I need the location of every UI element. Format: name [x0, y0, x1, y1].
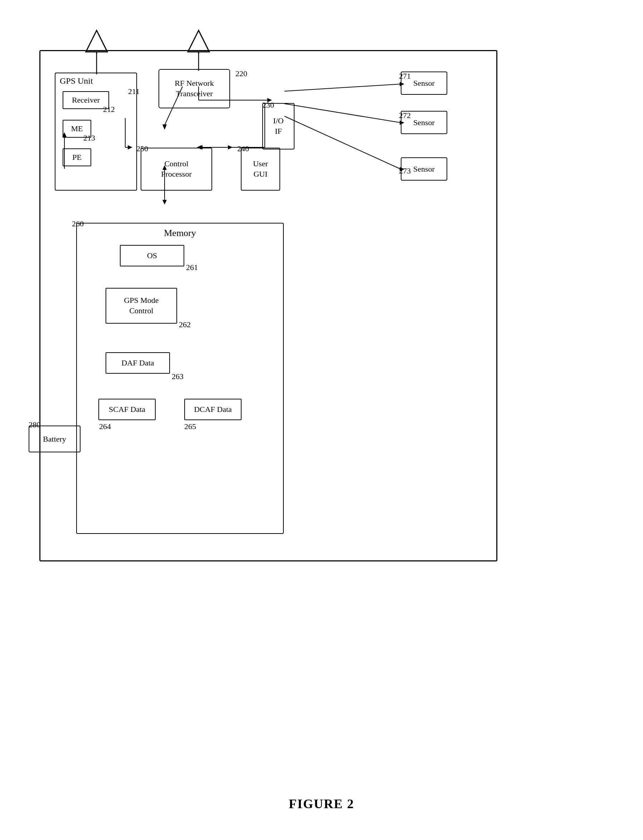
rf-label: RF NetworkTransceiver	[175, 78, 214, 99]
control-label: ControlProcessor	[161, 159, 192, 179]
gps-mode-ref: 262	[179, 320, 191, 329]
gps-unit-box: GPS Unit Receiver ME PE	[55, 73, 137, 190]
memory-ref: 260	[72, 219, 84, 228]
scaf-ref: 264	[99, 422, 111, 431]
daf-ref: 263	[172, 372, 184, 381]
sensor1-ref: 271	[399, 72, 411, 81]
pe-box: PE	[63, 148, 91, 166]
diagram-area: GPS Unit Receiver ME PE 211 212 213 RF N…	[29, 29, 615, 637]
rf-ref: 220	[235, 69, 247, 78]
io-ref: 230	[262, 101, 274, 110]
user-gui-box: UserGUI	[241, 148, 280, 190]
io-if-box: I/OIF	[262, 103, 294, 150]
dcaf-data-box: DCAF Data	[184, 399, 242, 420]
daf-data-box: DAF Data	[106, 352, 170, 374]
scaf-data-box: SCAF Data	[98, 399, 156, 420]
battery-ref: 280	[29, 420, 41, 430]
os-ref: 261	[186, 263, 198, 272]
gui-ref: 240	[237, 144, 249, 153]
memory-label: Memory	[164, 228, 196, 239]
sensor3-ref: 273	[399, 166, 411, 176]
svg-marker-2	[188, 30, 209, 52]
sensor2-ref: 272	[399, 111, 411, 120]
figure-caption: FIGURE 2	[289, 796, 354, 811]
rf-transceiver-box: RF NetworkTransceiver	[158, 69, 230, 108]
receiver-box: Receiver	[63, 91, 109, 109]
control-ref: 250	[136, 144, 148, 153]
gps-unit-ref: 211	[128, 87, 140, 96]
memory-box: Memory OS 261 GPS ModeControl 262 DAF Da…	[76, 223, 284, 534]
gps-unit-label: GPS Unit	[60, 76, 93, 86]
svg-marker-0	[86, 30, 107, 52]
gps-mode-box: GPS ModeControl	[106, 288, 177, 324]
me-ref: 213	[83, 133, 95, 143]
os-box: OS	[120, 245, 184, 266]
battery-box: Battery	[29, 425, 80, 453]
gui-label: UserGUI	[253, 159, 268, 179]
control-processor-box: ControlProcessor	[140, 148, 212, 190]
receiver-ref: 212	[103, 105, 115, 114]
io-label: I/OIF	[273, 116, 283, 136]
dcaf-ref: 265	[184, 422, 196, 431]
